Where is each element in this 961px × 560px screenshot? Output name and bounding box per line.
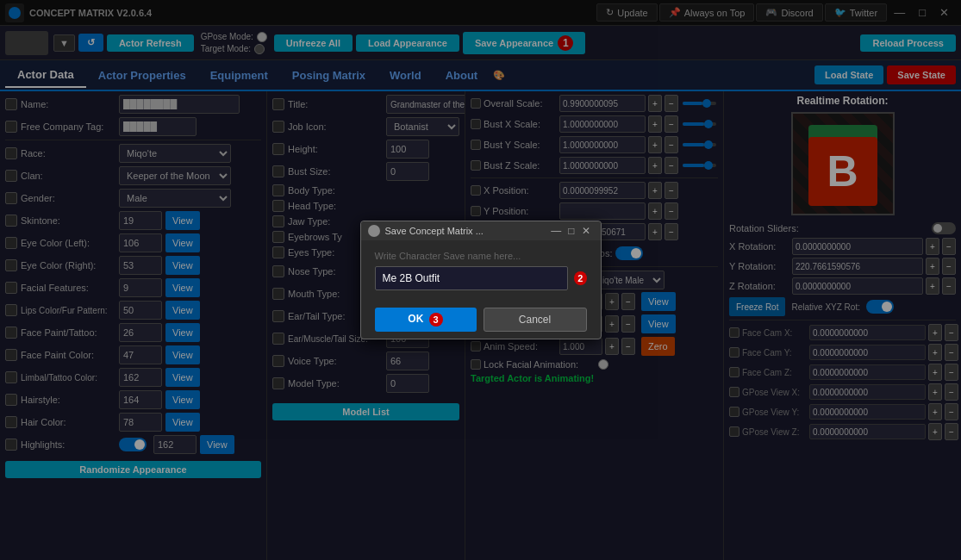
modal-title: Save Concept Matrix ... xyxy=(385,226,548,236)
modal-placeholder: Write Character Save name here... xyxy=(375,251,587,261)
modal-titlebar: Save Concept Matrix ... — □ ✕ xyxy=(361,221,601,240)
modal-minimize-btn[interactable]: — xyxy=(547,225,565,237)
modal-num-badge: 2 xyxy=(574,271,586,285)
modal-cancel-btn[interactable]: Cancel xyxy=(484,308,587,332)
modal-save-input[interactable] xyxy=(375,266,569,290)
save-dialog: Save Concept Matrix ... — □ ✕ Write Char… xyxy=(360,221,602,339)
modal-footer: OK 3 Cancel xyxy=(361,301,601,339)
modal-icon xyxy=(368,225,380,237)
modal-maximize-btn[interactable]: □ xyxy=(565,225,577,237)
ok-num-badge: 3 xyxy=(429,313,443,327)
modal-ok-btn[interactable]: OK 3 xyxy=(375,308,477,332)
modal-close-btn[interactable]: ✕ xyxy=(578,225,594,237)
modal-overlay[interactable]: Save Concept Matrix ... — □ ✕ Write Char… xyxy=(0,0,961,560)
modal-body: Write Character Save name here... 2 xyxy=(361,240,601,301)
